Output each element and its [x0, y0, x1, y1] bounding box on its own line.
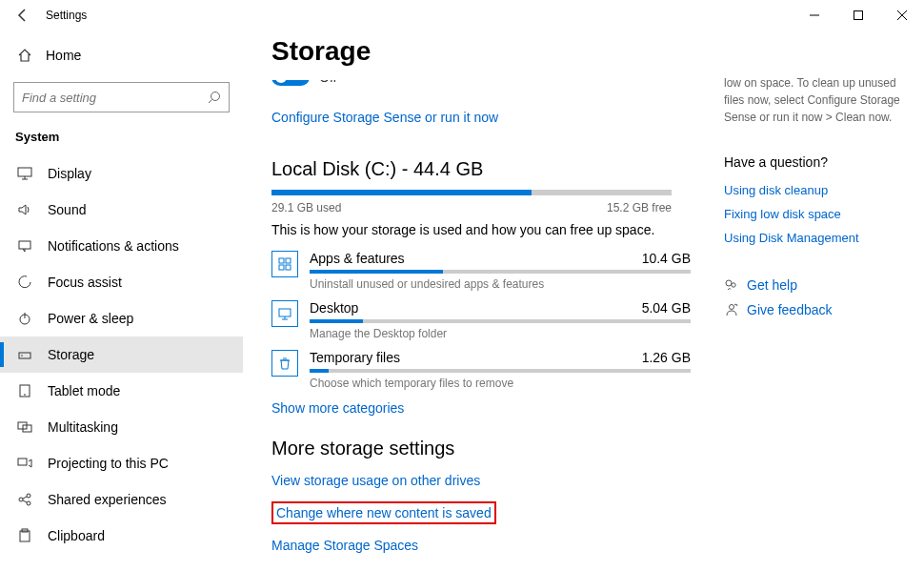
category-size: 1.26 GB: [642, 350, 691, 365]
power-icon: [15, 311, 34, 326]
svg-line-5: [209, 100, 212, 104]
disk-description: This is how your storage is used and how…: [271, 222, 695, 237]
svg-rect-6: [18, 168, 31, 176]
storage-category-desktop[interactable]: Desktop5.04 GBManage the Desktop folder: [271, 300, 691, 340]
maximize-button[interactable]: [836, 0, 880, 31]
category-name: Temporary files: [310, 350, 400, 365]
sidebar-item-label: Projecting to this PC: [48, 456, 169, 471]
sidebar-category: System: [0, 122, 243, 155]
show-more-categories-link[interactable]: Show more categories: [271, 400, 404, 416]
disk-usage-bar: [271, 190, 672, 195]
more-settings-heading: More storage settings: [271, 438, 695, 459]
manage-spaces-link[interactable]: Manage Storage Spaces: [271, 538, 695, 553]
category-bar: [310, 270, 691, 274]
sidebar-item-storage[interactable]: Storage: [0, 336, 243, 373]
sidebar-item-multitask[interactable]: Multitasking: [0, 409, 243, 445]
svg-point-37: [730, 305, 734, 310]
disk-title: Local Disk (C:) - 44.4 GB: [271, 158, 695, 180]
project-icon: [15, 456, 34, 471]
svg-rect-12: [19, 353, 30, 358]
tip-text: low on space. To clean up unused files n…: [724, 74, 911, 126]
clipboard-icon: [15, 528, 34, 543]
view-usage-link[interactable]: View storage usage on other drives: [271, 473, 695, 488]
svg-line-23: [23, 500, 27, 502]
feedback-icon: [724, 302, 747, 317]
sidebar-item-notifications[interactable]: Notifications & actions: [0, 228, 243, 264]
search-input[interactable]: [22, 91, 208, 105]
sidebar-item-focus[interactable]: Focus assist: [0, 264, 243, 300]
display-icon: [15, 166, 34, 181]
sidebar-item-sound[interactable]: Sound: [0, 192, 243, 228]
sidebar-item-label: Focus assist: [48, 275, 122, 290]
sidebar-item-power[interactable]: Power & sleep: [0, 300, 243, 336]
sidebar-item-display[interactable]: Display: [0, 155, 243, 192]
svg-rect-27: [286, 258, 291, 263]
svg-rect-26: [279, 258, 284, 263]
svg-point-20: [27, 494, 30, 498]
svg-rect-29: [286, 265, 291, 270]
get-help-link[interactable]: Get help: [747, 277, 797, 293]
sidebar-item-label: Shared experiences: [48, 492, 167, 507]
apps-icon: [271, 251, 298, 277]
disk-cleanup-link[interactable]: Using disk cleanup: [724, 183, 911, 197]
trash-icon: [271, 350, 298, 377]
sidebar-item-clipboard[interactable]: Clipboard: [0, 518, 243, 554]
give-feedback-link[interactable]: Give feedback: [747, 302, 833, 317]
configure-storage-sense-link[interactable]: Configure Storage Sense or run it now: [271, 110, 498, 125]
page-heading: Storage: [271, 36, 695, 67]
sidebar: Home System DisplaySoundNotifications & …: [0, 31, 243, 571]
sidebar-item-label: Multitasking: [48, 419, 118, 435]
storage-category-trash[interactable]: Temporary files1.26 GBChoose which tempo…: [271, 350, 691, 390]
focus-icon: [15, 275, 34, 290]
category-subtitle: Manage the Desktop folder: [310, 327, 691, 340]
sidebar-item-tablet[interactable]: Tablet mode: [0, 373, 243, 409]
svg-rect-30: [279, 309, 291, 316]
category-name: Apps & features: [310, 251, 405, 266]
multitask-icon: [15, 419, 34, 435]
back-button[interactable]: [8, 0, 38, 31]
svg-rect-9: [19, 241, 30, 249]
category-name: Desktop: [310, 300, 358, 316]
storage-sense-toggle[interactable]: [271, 80, 310, 86]
svg-point-35: [726, 280, 732, 286]
tablet-icon: [15, 383, 34, 398]
window-title: Settings: [46, 9, 87, 22]
content-area: Storage Off Configure Storage Sense or r…: [243, 31, 724, 571]
svg-rect-28: [279, 265, 284, 270]
sidebar-item-label: Notifications & actions: [48, 238, 179, 254]
disk-used-label: 29.1 GB used: [271, 201, 341, 214]
svg-line-22: [23, 497, 27, 499]
sidebar-item-shared[interactable]: Shared experiences: [0, 481, 243, 518]
close-button[interactable]: [880, 0, 924, 31]
notifications-icon: [15, 238, 34, 254]
disk-management-link[interactable]: Using Disk Management: [724, 231, 911, 245]
minimize-button[interactable]: [793, 0, 836, 31]
home-label: Home: [46, 48, 81, 63]
svg-point-4: [211, 92, 220, 101]
change-where-saved-link[interactable]: Change where new content is saved: [276, 505, 492, 520]
svg-point-21: [27, 501, 30, 505]
disk-free-label: 15.2 GB free: [607, 201, 672, 214]
right-column: low on space. To clean up unused files n…: [724, 31, 924, 571]
search-icon: [208, 91, 221, 104]
search-box[interactable]: [13, 82, 230, 112]
svg-rect-18: [18, 459, 27, 465]
category-subtitle: Uninstall unused or undesired apps & fea…: [310, 277, 691, 291]
storage-category-apps[interactable]: Apps & features10.4 GBUninstall unused o…: [271, 251, 691, 291]
toggle-state: Off: [319, 80, 336, 85]
home-button[interactable]: Home: [0, 38, 243, 72]
home-icon: [15, 48, 34, 63]
low-disk-space-link[interactable]: Fixing low disk space: [724, 207, 911, 221]
sidebar-item-label: Storage: [48, 347, 94, 362]
category-subtitle: Choose which temporary files to remove: [310, 377, 691, 390]
have-question-heading: Have a question?: [724, 154, 911, 170]
category-size: 10.4 GB: [642, 251, 691, 266]
category-bar: [310, 369, 691, 373]
sidebar-item-project[interactable]: Projecting to this PC: [0, 445, 243, 481]
sidebar-item-label: Display: [48, 166, 91, 181]
svg-rect-1: [854, 11, 863, 20]
desktop-icon: [271, 300, 298, 327]
svg-point-36: [732, 283, 735, 287]
category-bar: [310, 319, 691, 323]
sidebar-item-label: Clipboard: [48, 528, 105, 543]
